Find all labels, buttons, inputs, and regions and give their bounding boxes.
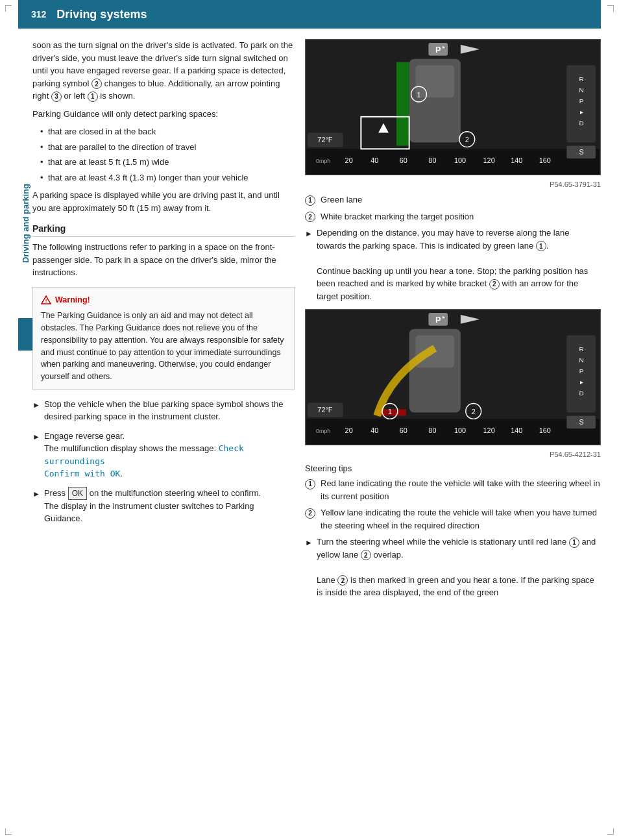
corner-mark-tl <box>5 5 12 12</box>
svg-text:2: 2 <box>465 136 469 143</box>
warning-icon: ! <box>41 295 51 304</box>
svg-rect-28 <box>416 66 454 98</box>
diagram-1-caption: P54.65-3791-31 <box>305 180 601 188</box>
circled-1-legend2: 1 <box>305 479 315 489</box>
legend-text-2: White bracket marking the target positio… <box>321 210 474 223</box>
arrow-content-2: Engage reverse gear. The multifunction d… <box>44 430 295 480</box>
page-header: 312 Driving systems <box>18 0 601 29</box>
svg-text:72°F: 72°F <box>317 136 332 143</box>
sidebar-label-text: Driving and parking <box>21 184 30 263</box>
circled-1-r1: 1 <box>536 241 546 251</box>
legend-num-3: 1 <box>305 477 315 502</box>
legend-num-4: 2 <box>305 506 315 532</box>
legend-item-4: 2 Yellow lane indicating the route the v… <box>305 506 601 532</box>
diagram-1: P ▸ 0mph 20 40 60 80 100 120 140 160 R N… <box>305 39 601 175</box>
svg-text:100: 100 <box>454 426 466 434</box>
svg-text:2: 2 <box>472 408 476 415</box>
svg-text:140: 140 <box>511 426 522 434</box>
arrow-bullet-2: ► <box>32 431 40 480</box>
warning-title: ! Warning! <box>41 294 286 306</box>
diagram-2: P ▸ 0mph 20 40 60 80 100 120 140 160 R N… <box>305 309 601 445</box>
right-arrow-bullet-1: ► <box>305 228 313 303</box>
code-text-line1: Check surroundings <box>44 443 244 466</box>
legend-text-1: Green lane <box>321 193 362 206</box>
svg-text:N: N <box>579 356 584 364</box>
svg-text:R: R <box>579 345 584 352</box>
svg-marker-29 <box>396 62 409 146</box>
circled-2-legend2: 2 <box>305 508 315 519</box>
svg-text:20: 20 <box>345 426 353 434</box>
legend-text-4: Yellow lane indicating the route the veh… <box>321 506 601 532</box>
engage-text: Engage reverse gear. <box>44 431 125 441</box>
circled-1-legend1: 1 <box>305 195 315 206</box>
diagram-1-svg: P ▸ 0mph 20 40 60 80 100 120 140 160 R N… <box>306 40 600 175</box>
warning-label: Warning! <box>55 294 90 306</box>
legend-text-3: Red lane indicating the route the vehicl… <box>321 477 601 502</box>
bullet-item: that are parallel to the direction of tr… <box>40 141 295 154</box>
legend-item-1: 1 Green lane <box>305 193 601 206</box>
svg-text:N: N <box>579 86 584 93</box>
svg-text:D: D <box>579 389 584 397</box>
svg-text:P: P <box>579 367 584 375</box>
svg-text:40: 40 <box>370 426 378 434</box>
parking-intro: The following instructions refer to park… <box>32 241 295 279</box>
legend-num-2: 2 <box>305 210 315 223</box>
multifunction-text: The multifunction display shows the mess… <box>44 443 244 478</box>
main-content: soon as the turn signal on the driver's … <box>32 29 601 606</box>
circled-2-r2b: 2 <box>337 575 348 586</box>
press-text: Press OK on the multifunction steering w… <box>44 488 261 498</box>
svg-text:P: P <box>435 315 441 325</box>
svg-text:0mph: 0mph <box>316 158 330 164</box>
circled-1-intro: 1 <box>88 92 98 102</box>
svg-text:80: 80 <box>428 156 436 164</box>
right-arrow-bullet-2: ► <box>305 537 313 599</box>
svg-text:72°F: 72°F <box>317 406 332 414</box>
bullet-list: that are closed in at the back that are … <box>40 125 295 184</box>
steering-tips-label: Steering tips <box>305 463 601 473</box>
right-arrow-content-2: Turn the steering wheel while the vehicl… <box>317 536 601 599</box>
svg-text:▸: ▸ <box>580 378 583 386</box>
svg-text:S: S <box>579 418 583 426</box>
continue-text: Continue backing up until you hear a ton… <box>317 266 588 301</box>
svg-text:120: 120 <box>483 426 495 434</box>
warning-text: The Parking Guidance is only an aid and … <box>41 311 284 381</box>
svg-text:▸: ▸ <box>443 44 445 50</box>
circled-2-r2: 2 <box>361 550 371 560</box>
corner-mark-bl <box>5 828 12 835</box>
diagram-2-caption: P54.65-4212-31 <box>305 451 601 458</box>
svg-text:100: 100 <box>454 156 466 164</box>
sidebar: Driving and parking <box>18 29 32 840</box>
circled-3-intro: 3 <box>51 92 62 102</box>
right-arrow-content-1: Depending on the distance, you may have … <box>317 227 601 303</box>
legend-item-3: 1 Red lane indicating the route the vehi… <box>305 477 601 502</box>
arrow-item-1: ► Stop the vehicle when the blue parking… <box>32 398 295 423</box>
svg-text:1: 1 <box>388 408 392 415</box>
svg-text:▸: ▸ <box>580 108 583 116</box>
circled-2-intro: 2 <box>91 79 102 89</box>
sidebar-text-wrapper: Driving and parking <box>18 158 32 288</box>
svg-text:160: 160 <box>539 426 551 434</box>
bullet-item: that are at least 4.3 ft (1.3 m) longer … <box>40 171 295 184</box>
bullet-item: that are closed in at the back <box>40 125 295 138</box>
svg-text:160: 160 <box>539 156 551 164</box>
corner-mark-br <box>607 828 614 835</box>
page-number: 312 <box>31 9 46 19</box>
arrow-item-3: ► Press OK on the multifunction steering… <box>32 487 295 525</box>
circled-2-r1: 2 <box>489 279 500 290</box>
arrow-bullet-3: ► <box>32 488 40 525</box>
code-text-line2: Confirm with OK <box>44 469 120 478</box>
turn-text: Turn the steering wheel while the vehicl… <box>317 537 596 560</box>
svg-text:80: 80 <box>428 426 436 434</box>
legend-item-2: 2 White bracket marking the target posit… <box>305 210 601 223</box>
svg-text:140: 140 <box>511 156 522 164</box>
warning-box: ! Warning! The Parking Guidance is only … <box>32 287 295 390</box>
svg-text:20: 20 <box>345 156 353 164</box>
svg-text:P: P <box>579 97 584 105</box>
legend-num-1: 1 <box>305 193 315 206</box>
parking-heading: Parking <box>32 223 295 237</box>
svg-text:R: R <box>579 75 584 82</box>
svg-text:60: 60 <box>400 156 407 164</box>
ok-button-ref: OK <box>68 487 87 500</box>
diagram-2-svg: P ▸ 0mph 20 40 60 80 100 120 140 160 R N… <box>306 310 600 445</box>
svg-text:S: S <box>579 148 583 156</box>
